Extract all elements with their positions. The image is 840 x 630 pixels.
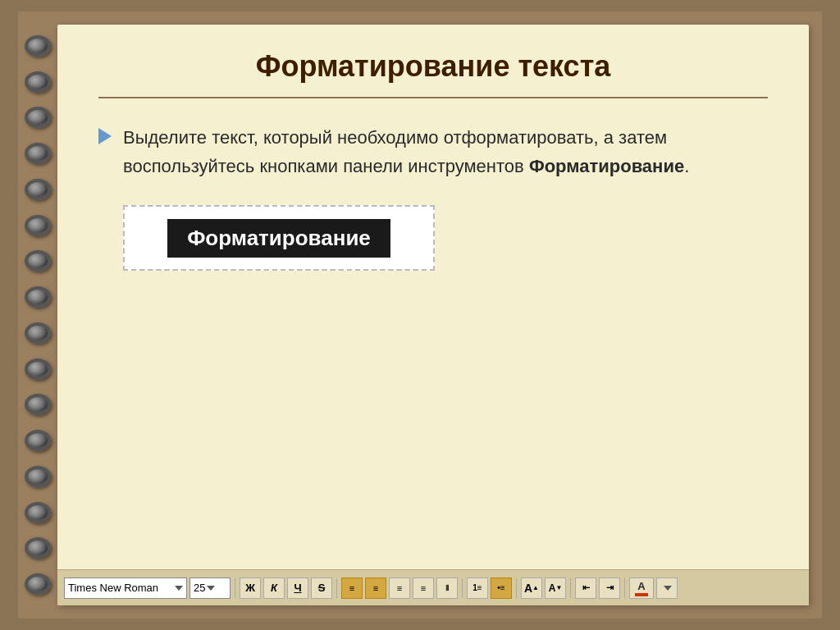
spiral-coil <box>25 215 51 236</box>
spiral-coil <box>25 250 51 272</box>
page-content: Форматирование текста Выделите текст, ко… <box>57 25 809 569</box>
align-justify-button[interactable]: ≡ <box>413 578 434 599</box>
spiral-coil <box>25 466 51 487</box>
numbered-list-button[interactable]: 1≡ <box>467 578 488 599</box>
align-right-button[interactable]: ≡ <box>389 578 410 599</box>
indent-decrease-button[interactable]: ⇤ <box>575 578 596 599</box>
spiral-coil <box>25 573 51 595</box>
font-color-indicator <box>635 593 648 596</box>
slide-title: Форматирование текста <box>98 49 768 98</box>
font-color-button[interactable]: A <box>629 578 654 599</box>
separator-1 <box>235 578 235 598</box>
font-size-select[interactable]: 25 <box>189 578 231 599</box>
spiral-coil <box>25 286 51 308</box>
outer-frame: Форматирование текста Выделите текст, ко… <box>18 11 822 619</box>
font-size-increase-button[interactable]: A▲ <box>521 578 542 599</box>
separator-4 <box>516 578 517 598</box>
spiral-coil <box>25 35 51 57</box>
font-size-decrease-button[interactable]: A▼ <box>545 578 566 599</box>
italic-button[interactable]: К <box>263 578 285 599</box>
slide-page: Форматирование текста Выделите текст, ко… <box>57 25 809 605</box>
font-size-dropdown-arrow <box>207 586 215 591</box>
font-name-select[interactable]: Times New Roman <box>64 578 187 599</box>
font-color-dropdown-button[interactable] <box>656 578 678 599</box>
spiral-coil <box>25 179 51 200</box>
separator-2 <box>336 578 337 598</box>
strikethrough-button[interactable]: S <box>311 578 332 599</box>
font-color-dropdown-arrow <box>664 586 672 591</box>
formatting-toolbar: Times New Roman 25 Ж К Ч <box>57 569 809 605</box>
bullet-text: Выделите текст, который необходимо отфор… <box>123 123 768 180</box>
separator-3 <box>462 578 463 598</box>
separator-5 <box>570 578 571 598</box>
separator-6 <box>624 578 625 598</box>
spiral-coil <box>25 537 51 559</box>
spiral-coil <box>25 358 51 380</box>
columns-button[interactable]: ⦀ <box>436 578 458 599</box>
bullet-section: Выделите текст, который необходимо отфор… <box>98 123 768 180</box>
bullet-arrow-icon <box>98 128 112 144</box>
indent-increase-button[interactable]: ⇥ <box>599 578 620 599</box>
underline-button[interactable]: Ч <box>287 578 308 599</box>
font-name-dropdown-arrow <box>175 586 183 591</box>
spiral-binding <box>18 11 57 619</box>
spiral-coil <box>25 502 51 523</box>
spiral-coil <box>25 394 51 415</box>
align-left-button[interactable]: ≡ <box>341 578 363 599</box>
font-name-value: Times New Roman <box>68 582 173 594</box>
spiral-coil <box>25 107 51 128</box>
formatting-demo-label: Форматирование <box>167 219 390 258</box>
font-color-label: A <box>637 580 645 592</box>
bold-button[interactable]: Ж <box>240 578 261 599</box>
font-size-value: 25 <box>194 582 205 594</box>
formatting-demo-box: Форматирование <box>123 205 435 271</box>
spiral-coil <box>25 430 51 451</box>
spiral-coil <box>25 143 51 164</box>
bullet-text-bold: Форматирование <box>529 156 684 176</box>
spiral-coil <box>25 71 51 93</box>
align-center-button[interactable]: ≡ <box>365 578 386 599</box>
bullet-text-end: . <box>684 156 689 176</box>
spiral-coil <box>25 322 51 344</box>
bullet-list-button[interactable]: •≡ <box>491 578 512 599</box>
